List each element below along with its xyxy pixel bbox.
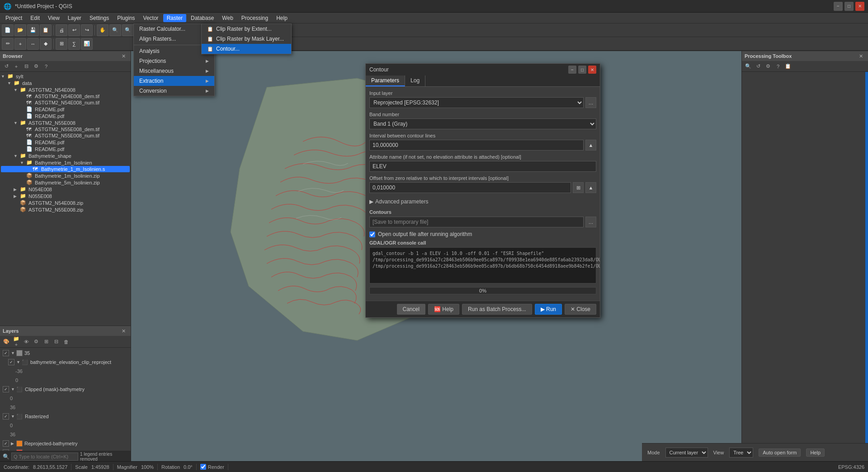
layer-item-clipped[interactable]: ✓ ▼ ⬛ Clipped (mask)-bathymetry: [1, 385, 130, 394]
menu-raster[interactable]: Raster: [163, 14, 186, 22]
dialog-minimize-btn[interactable]: −: [568, 66, 576, 74]
browser-item-bath-1m[interactable]: ▼ 📁 Bathymetrie_1m_Isolinien: [1, 159, 130, 166]
browser-item-num2[interactable]: ▶ 🗺 ASTGTM2_N55E008_num.tif: [1, 132, 130, 139]
dialog-tab-log[interactable]: Log: [405, 76, 425, 86]
interval-input[interactable]: [369, 140, 584, 151]
offset-up-btn[interactable]: ▲: [585, 182, 596, 193]
close-button[interactable]: ✕: [855, 2, 864, 11]
browser-item-bathymetrie-shape[interactable]: ▼ 📁 Bathymetrie_shape: [1, 152, 130, 159]
digitize-btn[interactable]: ✏: [2, 38, 14, 50]
processing-settings-btn[interactable]: ⚙: [764, 62, 773, 71]
advanced-params-header[interactable]: ▶ Advanced parameters: [369, 197, 596, 207]
browser-help-btn[interactable]: ?: [42, 62, 51, 71]
layer-expand-reprojected-bath[interactable]: ▶: [11, 441, 16, 446]
browser-item-bath-shp[interactable]: ▶ 🗺 Bathymetrie_1_m_Isolinien.s: [1, 166, 130, 172]
save-project-btn[interactable]: 💾: [27, 24, 39, 36]
browser-item-readme1a[interactable]: ▶ 📄 README.pdf: [1, 106, 130, 113]
run-batch-btn[interactable]: Run as Batch Process...: [462, 304, 532, 315]
browser-item-bath-1m-zip[interactable]: ▶ 📦 Bathymetrie_1m_Isolinien.zip: [1, 172, 130, 179]
browser-item-astgtm2-n54-zip[interactable]: ▶ 📦 ASTGTM2_N54E008.zip: [1, 199, 130, 206]
dropdown-miscellaneous[interactable]: Miscellaneous ▶: [134, 66, 214, 76]
layer-check-reprojected-bath[interactable]: ✓: [3, 440, 9, 447]
browser-item-readme2b[interactable]: ▶ 📄 README.pdf: [1, 146, 130, 152]
auto-open-form-btn[interactable]: Auto open form: [759, 448, 801, 457]
remove-layer-btn[interactable]: 🗑: [61, 337, 71, 346]
dialog-maximize-btn[interactable]: □: [578, 66, 586, 74]
zoom-in-btn[interactable]: 🔍: [109, 24, 121, 36]
browser-collapse-btn[interactable]: ⊟: [22, 62, 31, 71]
field-calculator-btn[interactable]: ∑: [68, 38, 80, 50]
attribute-input[interactable]: [369, 161, 596, 172]
layer-check-bath-elev[interactable]: ✓: [8, 359, 14, 365]
layer-item-rasterized[interactable]: ✓ ▼ ⬛ Rasterized: [1, 412, 130, 421]
browser-item-dem2[interactable]: ▶ 🗺 ASTGTM2_N55E008_dem.tif: [1, 126, 130, 132]
menu-vector[interactable]: Vector: [140, 14, 162, 22]
render-checkbox[interactable]: [200, 464, 206, 470]
layer-item-bath-elev[interactable]: ✓ ▼ ⬛ bathymetrie_elevation_clip_reproje…: [1, 358, 130, 367]
dropdown-extraction[interactable]: Extraction ▶: [134, 76, 214, 86]
browser-item-readme2a[interactable]: ▶ 📄 README.pdf: [1, 139, 130, 146]
open-output-checkbox[interactable]: [369, 231, 375, 237]
band-select[interactable]: Band 1 (Gray): [369, 118, 596, 129]
browser-add-btn[interactable]: +: [12, 62, 21, 71]
input-layer-browse-btn[interactable]: …: [585, 97, 596, 108]
layer-item-reprojected-bath[interactable]: ✓ ▶ Reprojected-bathymetry: [1, 439, 130, 448]
menu-project[interactable]: Project: [2, 14, 26, 22]
layer-expand-rasterized[interactable]: ▼: [11, 414, 16, 419]
help-btn[interactable]: 🆘 Help: [428, 304, 459, 315]
browser-item-n054e008[interactable]: ▶ 📁 N054E008: [1, 186, 130, 193]
cancel-btn[interactable]: Cancel: [397, 304, 425, 315]
menu-settings[interactable]: Settings: [86, 14, 113, 22]
browser-item-bath-5m-zip[interactable]: ▶ 📦 Bathymetrie_5m_Isolinien.zip: [1, 179, 130, 186]
browser-item-readme1b[interactable]: ▶ 📄 README.pdf: [1, 113, 130, 119]
browser-item-astgtm2-n54e008[interactable]: ▼ 📁 ASTGTM2_N54E008: [1, 86, 130, 93]
submenu-clip-mask[interactable]: 📋 Clip Raster by Mask Layer...: [202, 34, 291, 44]
submenu-clip-extent[interactable]: 📋 Clip Raster by Extent...: [202, 24, 291, 34]
browser-item-data[interactable]: ▼ 📁 data: [1, 80, 130, 86]
dialog-tab-parameters[interactable]: Parameters: [366, 76, 405, 86]
processing-help-btn[interactable]: ?: [774, 62, 783, 71]
redo-btn[interactable]: ↪: [81, 24, 93, 36]
layer-expand-bath[interactable]: ▼: [16, 360, 22, 364]
menu-edit[interactable]: Edit: [27, 14, 43, 22]
menu-layer[interactable]: Layer: [64, 14, 85, 22]
attribute-table-btn[interactable]: ⊞: [56, 38, 67, 50]
bottom-help-btn[interactable]: Help: [806, 448, 825, 457]
layer-check-clipped[interactable]: ✓: [3, 386, 9, 392]
browser-filter-btn[interactable]: ⚙: [32, 62, 41, 71]
pan-btn[interactable]: ✋: [97, 24, 108, 36]
input-layer-select[interactable]: Reprojected [EPSG:32632]: [369, 97, 584, 108]
manage-map-themes-btn[interactable]: 👁: [22, 337, 31, 346]
node-tool-btn[interactable]: ◆: [40, 38, 52, 50]
dropdown-projections[interactable]: Projections ▶: [134, 56, 214, 66]
close-btn[interactable]: ✕ Close: [565, 304, 596, 315]
contours-browse-btn[interactable]: …: [585, 217, 596, 227]
browser-close-btn[interactable]: ✕: [119, 52, 128, 61]
open-layer-style-btn[interactable]: 🎨: [2, 337, 11, 346]
menu-database[interactable]: Database: [187, 14, 217, 22]
contours-input[interactable]: [369, 217, 584, 227]
browser-item-astgtm2-n55e008[interactable]: ▼ 📁 ASTGTM2_N55E008: [1, 119, 130, 126]
processing-refresh-btn[interactable]: ↺: [754, 62, 763, 71]
dialog-close-btn[interactable]: ✕: [588, 66, 596, 74]
minimize-button[interactable]: −: [834, 2, 843, 11]
layers-close-btn[interactable]: ✕: [119, 326, 128, 335]
layer-expand-clipped[interactable]: ▼: [11, 387, 16, 392]
browser-item-astgtm2-n55-zip[interactable]: ▶ 📦 ASTGTM2_N55E008.zip: [1, 206, 130, 213]
submenu-contour[interactable]: 📋 Contour...: [202, 44, 291, 54]
menu-view[interactable]: View: [44, 14, 63, 22]
menu-web[interactable]: Web: [218, 14, 236, 22]
add-feature-btn[interactable]: +: [14, 38, 26, 50]
offset-calc-btn[interactable]: ⊞: [573, 182, 584, 193]
view-select[interactable]: Tree: [729, 448, 753, 458]
filter-layers-btn[interactable]: ⚙: [32, 337, 41, 346]
browser-item-n055e008[interactable]: ▶ 📁 N055E008: [1, 193, 130, 199]
save-as-btn[interactable]: 📋: [40, 24, 52, 36]
layer-expand-35[interactable]: ▼: [11, 351, 16, 355]
processing-search-btn[interactable]: 🔍: [744, 62, 753, 71]
menu-help[interactable]: Help: [273, 14, 291, 22]
print-btn[interactable]: 🖨: [56, 24, 67, 36]
processing-results-btn[interactable]: 📋: [783, 62, 793, 71]
browser-item-dem1[interactable]: ▶ 🗺 ASTGTM2_N54E008_dem.tif: [1, 93, 130, 99]
processing-toolbox-close-btn[interactable]: ✕: [856, 52, 865, 61]
